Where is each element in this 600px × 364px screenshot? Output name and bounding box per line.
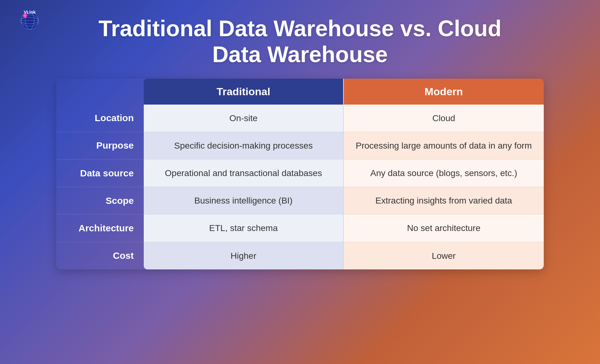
cell-traditional-value-0: On-site xyxy=(229,112,258,124)
cell-traditional-3: Business intelligence (BI) xyxy=(144,187,344,214)
row-label-text-2: Data source xyxy=(80,168,134,179)
cell-modern-value-1: Processing large amounts of data in any … xyxy=(356,140,532,152)
title-section: Traditional Data Warehouse vs. Cloud Dat… xyxy=(98,16,502,67)
main-title: Traditional Data Warehouse vs. Cloud Dat… xyxy=(98,16,502,67)
row-label-text-4: Architecture xyxy=(78,223,134,234)
row-label-text-5: Cost xyxy=(113,250,134,261)
cell-modern-0: Cloud xyxy=(344,105,544,132)
cell-traditional-5: Higher xyxy=(144,242,344,269)
table-row: Architecture ETL, star schema No set arc… xyxy=(56,214,544,242)
cell-traditional-2: Operational and transactional databases xyxy=(144,160,344,187)
table-row: Scope Business intelligence (BI) Extract… xyxy=(56,187,544,214)
cell-traditional-value-2: Operational and transactional databases xyxy=(165,167,322,179)
row-label-0: Location xyxy=(56,105,144,132)
header-modern-text: Modern xyxy=(425,86,463,97)
cell-modern-3: Extracting insights from varied data xyxy=(344,187,544,214)
table-row: Location On-site Cloud xyxy=(56,105,544,132)
cell-modern-value-4: No set architecture xyxy=(407,222,481,234)
cell-modern-value-3: Extracting insights from varied data xyxy=(375,194,512,207)
cell-modern-value-2: Any data source (blogs, sensors, etc.) xyxy=(370,167,517,179)
row-label-1: Purpose xyxy=(56,132,144,160)
table-body: Location On-site Cloud Purpose Specific … xyxy=(56,105,544,269)
cell-traditional-4: ETL, star schema xyxy=(144,214,344,242)
row-label-3: Scope xyxy=(56,187,144,214)
cell-modern-1: Processing large amounts of data in any … xyxy=(344,132,544,160)
header-modern: Modern xyxy=(344,79,544,105)
vlink-logo-icon: VLink xyxy=(19,9,41,31)
cell-modern-value-5: Lower xyxy=(432,250,456,262)
table-row: Data source Operational and transactiona… xyxy=(56,160,544,187)
comparison-table: Traditional Modern Location On-site Clou… xyxy=(56,79,544,269)
row-label-5: Cost xyxy=(56,242,144,269)
header-traditional: Traditional xyxy=(144,79,344,105)
row-label-text-1: Purpose xyxy=(96,140,134,151)
cell-traditional-value-3: Business intelligence (BI) xyxy=(194,194,292,207)
table-row: Purpose Specific decision-making process… xyxy=(56,132,544,160)
cell-traditional-value-4: ETL, star schema xyxy=(209,222,278,234)
row-label-text-0: Location xyxy=(95,113,134,123)
cell-modern-5: Lower xyxy=(344,242,544,269)
header-empty-cell xyxy=(56,79,144,105)
svg-text:VLink: VLink xyxy=(24,10,36,15)
cell-traditional-value-5: Higher xyxy=(231,250,256,262)
cell-modern-value-0: Cloud xyxy=(432,112,455,124)
table-row: Cost Higher Lower xyxy=(56,242,544,269)
svg-point-6 xyxy=(24,14,26,17)
table-header-row: Traditional Modern xyxy=(56,79,544,105)
cell-modern-4: No set architecture xyxy=(344,214,544,242)
row-label-4: Architecture xyxy=(56,214,144,242)
header-traditional-text: Traditional xyxy=(217,86,270,97)
cell-traditional-value-1: Specific decision-making processes xyxy=(174,140,313,152)
row-label-2: Data source xyxy=(56,160,144,187)
row-label-text-3: Scope xyxy=(106,195,134,206)
cell-traditional-0: On-site xyxy=(144,105,344,132)
cell-modern-2: Any data source (blogs, sensors, etc.) xyxy=(344,160,544,187)
title-line1: Traditional Data Warehouse vs. Cloud xyxy=(98,16,502,41)
title-line2: Data Warehouse xyxy=(212,42,388,67)
content-wrapper: VLink Traditional Data Warehouse vs. Clo… xyxy=(0,0,600,364)
logo-area: VLink xyxy=(19,9,41,31)
cell-traditional-1: Specific decision-making processes xyxy=(144,132,344,160)
